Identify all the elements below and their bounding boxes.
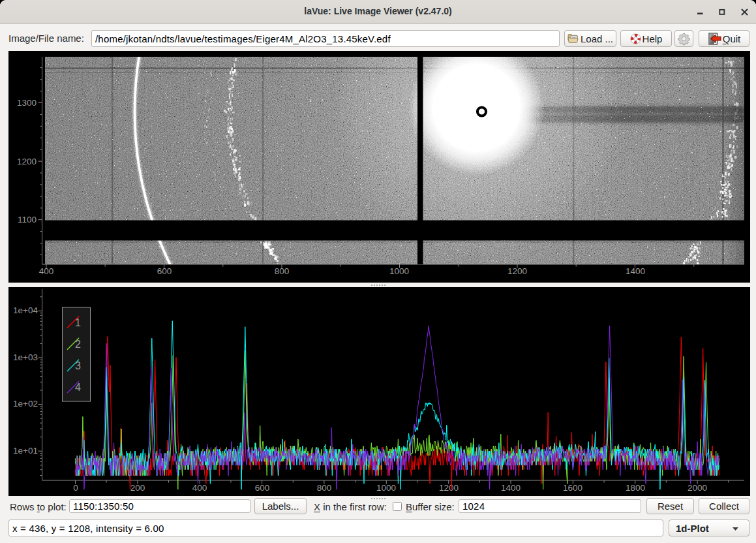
svg-text:1600: 1600 xyxy=(563,483,582,493)
svg-text:800: 800 xyxy=(275,266,290,276)
svg-text:1800: 1800 xyxy=(626,483,645,493)
svg-text:4: 4 xyxy=(75,382,81,393)
svg-text:1: 1 xyxy=(75,317,81,328)
svg-text:2: 2 xyxy=(75,339,81,350)
svg-text:1400: 1400 xyxy=(626,266,645,276)
svg-text:200: 200 xyxy=(130,483,145,493)
svg-text:3: 3 xyxy=(75,360,81,371)
svg-text:1300: 1300 xyxy=(17,98,37,108)
svg-text:400: 400 xyxy=(39,266,54,276)
svg-text:600: 600 xyxy=(255,483,270,493)
svg-text:1e+04: 1e+04 xyxy=(13,305,38,315)
svg-text:1200: 1200 xyxy=(507,266,527,276)
svg-text:1e+02: 1e+02 xyxy=(13,399,38,409)
svg-text:1000: 1000 xyxy=(389,266,409,276)
svg-text:2000: 2000 xyxy=(688,483,707,493)
svg-text:1400: 1400 xyxy=(501,483,521,493)
svg-text:1000: 1000 xyxy=(376,483,396,493)
svg-text:600: 600 xyxy=(157,266,172,276)
svg-text:800: 800 xyxy=(317,483,332,493)
svg-text:1100: 1100 xyxy=(18,215,37,225)
svg-text:1200: 1200 xyxy=(17,157,37,166)
svg-text:400: 400 xyxy=(192,483,207,493)
svg-text:1e+03: 1e+03 xyxy=(13,352,38,362)
svg-text:1e+01: 1e+01 xyxy=(13,446,38,456)
svg-text:1200: 1200 xyxy=(439,483,459,493)
svg-text:0: 0 xyxy=(73,483,78,493)
